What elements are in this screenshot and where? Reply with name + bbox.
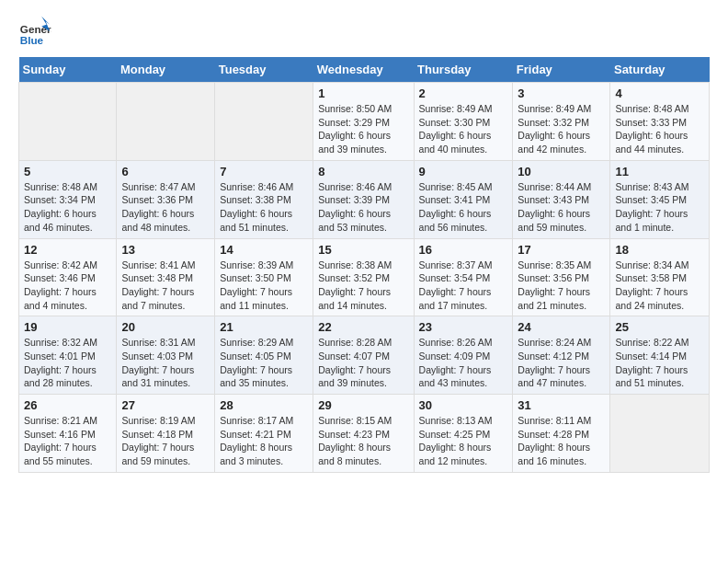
- day-info: Sunrise: 8:48 AM Sunset: 3:33 PM Dayligh…: [615, 102, 704, 156]
- day-info: Sunrise: 8:29 AM Sunset: 4:05 PM Dayligh…: [220, 336, 308, 390]
- calendar-day-header-tuesday: Tuesday: [215, 57, 313, 83]
- day-info: Sunrise: 8:19 AM Sunset: 4:18 PM Dayligh…: [121, 414, 210, 468]
- calendar-cell: 27Sunrise: 8:19 AM Sunset: 4:18 PM Dayli…: [117, 395, 215, 473]
- day-info: Sunrise: 8:44 AM Sunset: 3:43 PM Dayligh…: [518, 180, 605, 235]
- calendar-cell: [117, 83, 215, 161]
- calendar-cell: 29Sunrise: 8:15 AM Sunset: 4:23 PM Dayli…: [313, 395, 414, 473]
- calendar-cell: 7Sunrise: 8:46 AM Sunset: 3:38 PM Daylig…: [215, 160, 313, 238]
- day-info: Sunrise: 8:47 AM Sunset: 3:36 PM Dayligh…: [121, 180, 210, 235]
- day-number: 9: [419, 165, 508, 178]
- day-number: 13: [121, 243, 210, 257]
- day-number: 17: [518, 243, 605, 257]
- day-number: 22: [318, 320, 408, 334]
- logo-icon: General Blue: [18, 15, 51, 48]
- day-number: 29: [318, 398, 408, 412]
- day-info: Sunrise: 8:42 AM Sunset: 3:46 PM Dayligh…: [24, 259, 111, 313]
- day-info: Sunrise: 8:31 AM Sunset: 4:03 PM Dayligh…: [121, 336, 210, 390]
- calendar-week-row-1: 1Sunrise: 8:50 AM Sunset: 3:29 PM Daylig…: [19, 83, 710, 161]
- day-info: Sunrise: 8:22 AM Sunset: 4:14 PM Dayligh…: [615, 336, 704, 390]
- calendar-cell: [215, 83, 313, 161]
- day-number: 25: [615, 320, 704, 334]
- day-number: 30: [419, 398, 508, 412]
- calendar-cell: [610, 395, 710, 473]
- calendar-header-row: SundayMondayTuesdayWednesdayThursdayFrid…: [19, 57, 710, 83]
- calendar-cell: 30Sunrise: 8:13 AM Sunset: 4:25 PM Dayli…: [414, 395, 513, 473]
- calendar-cell: 24Sunrise: 8:24 AM Sunset: 4:12 PM Dayli…: [513, 316, 610, 395]
- day-number: 27: [121, 398, 210, 412]
- calendar-cell: 20Sunrise: 8:31 AM Sunset: 4:03 PM Dayli…: [117, 316, 215, 395]
- day-info: Sunrise: 8:11 AM Sunset: 4:28 PM Dayligh…: [518, 414, 605, 468]
- calendar-cell: 4Sunrise: 8:48 AM Sunset: 3:33 PM Daylig…: [610, 83, 710, 161]
- calendar-cell: 13Sunrise: 8:41 AM Sunset: 3:48 PM Dayli…: [117, 238, 215, 316]
- day-info: Sunrise: 8:37 AM Sunset: 3:54 PM Dayligh…: [419, 259, 508, 313]
- day-info: Sunrise: 8:21 AM Sunset: 4:16 PM Dayligh…: [24, 414, 111, 468]
- calendar-cell: 9Sunrise: 8:45 AM Sunset: 3:41 PM Daylig…: [414, 160, 513, 238]
- day-info: Sunrise: 8:39 AM Sunset: 3:50 PM Dayligh…: [220, 259, 308, 313]
- calendar-week-row-4: 19Sunrise: 8:32 AM Sunset: 4:01 PM Dayli…: [19, 316, 710, 395]
- day-info: Sunrise: 8:43 AM Sunset: 3:45 PM Dayligh…: [615, 180, 704, 235]
- calendar-week-row-3: 12Sunrise: 8:42 AM Sunset: 3:46 PM Dayli…: [19, 238, 710, 316]
- day-info: Sunrise: 8:41 AM Sunset: 3:48 PM Dayligh…: [121, 259, 210, 313]
- calendar-day-header-monday: Monday: [117, 57, 215, 83]
- calendar-cell: 8Sunrise: 8:46 AM Sunset: 3:39 PM Daylig…: [313, 160, 414, 238]
- calendar-cell: 19Sunrise: 8:32 AM Sunset: 4:01 PM Dayli…: [19, 316, 117, 395]
- calendar-day-header-friday: Friday: [513, 57, 610, 83]
- calendar-day-header-sunday: Sunday: [19, 57, 117, 83]
- calendar-cell: 22Sunrise: 8:28 AM Sunset: 4:07 PM Dayli…: [313, 316, 414, 395]
- day-info: Sunrise: 8:49 AM Sunset: 3:32 PM Dayligh…: [518, 102, 605, 156]
- calendar-week-row-2: 5Sunrise: 8:48 AM Sunset: 3:34 PM Daylig…: [19, 160, 710, 238]
- logo: General Blue: [18, 15, 55, 48]
- day-number: 7: [220, 165, 308, 178]
- day-number: 4: [615, 86, 704, 100]
- calendar-cell: 31Sunrise: 8:11 AM Sunset: 4:28 PM Dayli…: [513, 395, 610, 473]
- calendar-week-row-5: 26Sunrise: 8:21 AM Sunset: 4:16 PM Dayli…: [19, 395, 710, 473]
- day-number: 21: [220, 320, 308, 334]
- calendar-cell: 17Sunrise: 8:35 AM Sunset: 3:56 PM Dayli…: [513, 238, 610, 316]
- day-number: 16: [419, 243, 508, 257]
- day-number: 3: [518, 86, 605, 100]
- day-number: 15: [318, 243, 408, 257]
- day-number: 31: [518, 398, 605, 412]
- day-info: Sunrise: 8:45 AM Sunset: 3:41 PM Dayligh…: [419, 180, 508, 235]
- calendar-cell: 11Sunrise: 8:43 AM Sunset: 3:45 PM Dayli…: [610, 160, 710, 238]
- day-info: Sunrise: 8:46 AM Sunset: 3:38 PM Dayligh…: [220, 180, 308, 235]
- calendar-cell: 23Sunrise: 8:26 AM Sunset: 4:09 PM Dayli…: [414, 316, 513, 395]
- day-info: Sunrise: 8:35 AM Sunset: 3:56 PM Dayligh…: [518, 259, 605, 313]
- day-number: 5: [24, 165, 111, 178]
- calendar-day-header-saturday: Saturday: [610, 57, 710, 83]
- day-info: Sunrise: 8:34 AM Sunset: 3:58 PM Dayligh…: [615, 259, 704, 313]
- day-info: Sunrise: 8:32 AM Sunset: 4:01 PM Dayligh…: [24, 336, 111, 390]
- calendar-day-header-wednesday: Wednesday: [313, 57, 414, 83]
- calendar-cell: 25Sunrise: 8:22 AM Sunset: 4:14 PM Dayli…: [610, 316, 710, 395]
- calendar-cell: 21Sunrise: 8:29 AM Sunset: 4:05 PM Dayli…: [215, 316, 313, 395]
- day-number: 11: [615, 165, 704, 178]
- day-info: Sunrise: 8:13 AM Sunset: 4:25 PM Dayligh…: [419, 414, 508, 468]
- calendar-day-header-thursday: Thursday: [414, 57, 513, 83]
- day-number: 8: [318, 165, 408, 178]
- day-info: Sunrise: 8:28 AM Sunset: 4:07 PM Dayligh…: [318, 336, 408, 390]
- calendar-cell: 10Sunrise: 8:44 AM Sunset: 3:43 PM Dayli…: [513, 160, 610, 238]
- calendar-cell: 12Sunrise: 8:42 AM Sunset: 3:46 PM Dayli…: [19, 238, 117, 316]
- day-number: 28: [220, 398, 308, 412]
- calendar-cell: 15Sunrise: 8:38 AM Sunset: 3:52 PM Dayli…: [313, 238, 414, 316]
- day-number: 20: [121, 320, 210, 334]
- calendar-cell: 16Sunrise: 8:37 AM Sunset: 3:54 PM Dayli…: [414, 238, 513, 316]
- day-number: 14: [220, 243, 308, 257]
- calendar-cell: 28Sunrise: 8:17 AM Sunset: 4:21 PM Dayli…: [215, 395, 313, 473]
- calendar-cell: 14Sunrise: 8:39 AM Sunset: 3:50 PM Dayli…: [215, 238, 313, 316]
- day-info: Sunrise: 8:17 AM Sunset: 4:21 PM Dayligh…: [220, 414, 308, 468]
- calendar-cell: 5Sunrise: 8:48 AM Sunset: 3:34 PM Daylig…: [19, 160, 117, 238]
- day-number: 18: [615, 243, 704, 257]
- calendar-cell: 2Sunrise: 8:49 AM Sunset: 3:30 PM Daylig…: [414, 83, 513, 161]
- day-info: Sunrise: 8:38 AM Sunset: 3:52 PM Dayligh…: [318, 259, 408, 313]
- day-number: 6: [121, 165, 210, 178]
- day-info: Sunrise: 8:24 AM Sunset: 4:12 PM Dayligh…: [518, 336, 605, 390]
- calendar-cell: 1Sunrise: 8:50 AM Sunset: 3:29 PM Daylig…: [313, 83, 414, 161]
- day-info: Sunrise: 8:49 AM Sunset: 3:30 PM Dayligh…: [419, 102, 508, 156]
- page-header: General Blue: [18, 15, 710, 48]
- calendar-cell: [19, 83, 117, 161]
- day-info: Sunrise: 8:50 AM Sunset: 3:29 PM Dayligh…: [318, 102, 408, 156]
- day-number: 19: [24, 320, 111, 334]
- svg-text:Blue: Blue: [20, 34, 44, 46]
- calendar-cell: 6Sunrise: 8:47 AM Sunset: 3:36 PM Daylig…: [117, 160, 215, 238]
